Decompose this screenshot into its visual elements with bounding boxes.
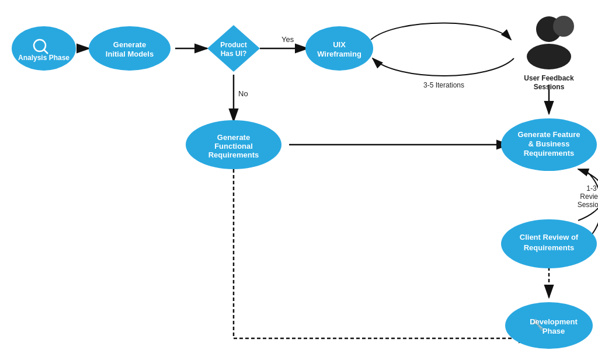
generate-initial-label1: Generate (113, 40, 146, 49)
edge-func-to-dev (234, 169, 531, 338)
feature-req-label1: Generate Feature (518, 130, 580, 139)
review-sessions-label: 1-3 (586, 184, 597, 192)
client-review-label2: Requirements (524, 243, 575, 252)
dev-phase-label2: Phase (543, 327, 565, 335)
flowchart-svg: Yes 3-5 Iterations No 1-3 Review Session… (0, 0, 598, 364)
user-feedback-avatar-body (527, 44, 571, 69)
func-req-label2: Functional (214, 142, 253, 150)
product-has-ui-label1: Product (220, 41, 246, 49)
edge-uix-loop-top (371, 23, 511, 40)
uix-label1: UIX (333, 40, 346, 49)
feature-req-label2: & Business (529, 139, 570, 148)
user-feedback-label1: User Feedback (524, 74, 574, 82)
iterations-label: 3-5 Iterations (423, 81, 464, 89)
user-feedback-label2: Sessions (534, 83, 565, 91)
review-sessions-label2: Review (580, 192, 598, 201)
dev-phase-label1: Development (530, 317, 578, 326)
analysis-phase-label: Analysis Phase (18, 54, 69, 62)
feature-req-label3: Requirements (524, 149, 575, 158)
generate-initial-label2: Initial Models (106, 50, 154, 58)
yes-label: Yes (281, 35, 294, 44)
edge-uix-loop-bottom (373, 58, 514, 76)
review-sessions-label3: Sessions (578, 201, 598, 209)
product-has-ui-label2: Has UI? (221, 50, 247, 58)
func-req-label3: Requirements (208, 150, 259, 159)
no-label: No (238, 89, 248, 98)
analysis-phase-node (12, 26, 76, 71)
uix-label2: Wireframing (317, 50, 361, 58)
user-feedback-avatar-head2 (553, 16, 574, 37)
diagram-container: Yes 3-5 Iterations No 1-3 Review Session… (0, 0, 598, 364)
func-req-label1: Generate (217, 133, 250, 142)
client-review-label1: Client Review of (520, 233, 579, 242)
